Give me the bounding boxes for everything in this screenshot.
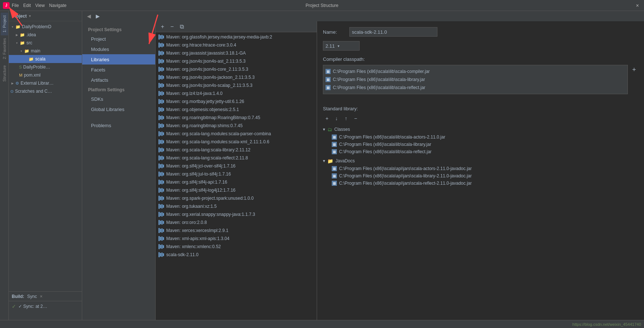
class-path: C:\Program Files (x86)\scala\lib\scala-l…: [339, 142, 431, 147]
menu-file[interactable]: File: [12, 3, 19, 8]
library-icon: [159, 172, 164, 177]
add-classpath-button[interactable]: +: [630, 66, 638, 74]
tree-item-scala[interactable]: 📁 scala: [9, 55, 82, 63]
project-dropdown-icon[interactable]: ▾: [29, 14, 31, 18]
window-close-button[interactable]: ×: [634, 3, 640, 8]
tree-label: pom.xml: [24, 73, 40, 78]
tree-item-main[interactable]: ▾ 📁 main: [9, 47, 82, 55]
library-icon: [159, 91, 164, 96]
library-item[interactable]: Maven: org.roaringbitmap:shims:0.7.45: [156, 122, 317, 130]
library-item[interactable]: Maven: xml-apis:xml-apis:1.3.04: [156, 235, 317, 243]
library-item[interactable]: Maven: org.scala-lang.modules:scala-pars…: [156, 130, 317, 138]
tree-item-src[interactable]: ▾ 📁 src: [9, 39, 82, 47]
nav-forward-button[interactable]: ▶: [94, 12, 101, 20]
jar-icon: ▦: [332, 166, 337, 171]
library-item[interactable]: Maven: org.json4s:json4s-core_2.11:3.5.3: [156, 65, 317, 73]
tree-item-root[interactable]: ▾ 📁 DailyProblemD: [9, 23, 82, 31]
project-sidebar: Project ▾ ▾ 📁 DailyProblemD ▶ 📁 .idea ▾ …: [9, 11, 82, 328]
library-item-label: Maven: org.scala-lang:scala-reflect:2.11…: [166, 155, 248, 161]
library-item[interactable]: Maven: xmlenc:xmlenc:0.52: [156, 243, 317, 251]
main-layout: 1: Project 2: Favorites Structure Projec…: [0, 11, 644, 328]
vert-tab-structure[interactable]: Structure: [1, 62, 8, 85]
stdlib-classes-header[interactable]: ▾ 🗂 Classes: [323, 125, 638, 133]
version-select[interactable]: 2.11 ▾: [323, 41, 360, 51]
library-item-label: Maven: org.htrace:htrace-core:3.0.4: [166, 43, 236, 48]
library-item[interactable]: scala-sdk-2.11.0: [156, 251, 317, 259]
menu-navigate[interactable]: Navigate: [49, 3, 66, 8]
vert-tab-favorites[interactable]: 2: Favorites: [1, 35, 8, 62]
nav-item-modules[interactable]: Modules: [82, 44, 155, 54]
add-library-button[interactable]: +: [159, 23, 167, 31]
library-item[interactable]: Maven: org.spark-project.spark:unused:1.…: [156, 194, 317, 202]
library-item[interactable]: Maven: org.json4s:json4s-jackson_2.11:3.…: [156, 73, 317, 81]
library-item[interactable]: Maven: org.slf4j:jcl-over-slf4j:1.7.16: [156, 162, 317, 170]
copy-library-button[interactable]: ⧉: [178, 23, 186, 31]
library-item[interactable]: Maven: org.slf4j:slf4j-api:1.7.16: [156, 178, 317, 186]
name-row: Name:: [323, 27, 638, 37]
library-item[interactable]: Maven: org.slf4j:slf4j-log4j12:1.7.16: [156, 186, 317, 194]
stdlib-remove-button[interactable]: −: [352, 114, 360, 122]
menu-view[interactable]: View: [35, 3, 45, 8]
folder-icon: 📁: [20, 33, 25, 37]
status-url[interactable]: https://blog.csdn.net/weixin_45441740: [572, 322, 641, 327]
library-item[interactable]: Maven: org.tukaani:xz:1.5: [156, 202, 317, 210]
javadocs-folder-icon: 📁: [327, 158, 333, 164]
library-icon: [159, 123, 164, 128]
classpath-item: ▦ C:\Program Files (x86)\scala\lib\scala…: [325, 67, 625, 75]
stdlib-javadocs-header[interactable]: ▾ 📁 JavaDocs: [323, 157, 638, 165]
library-item[interactable]: Maven: org.slf4j:jul-to-slf4j:1.7.16: [156, 170, 317, 178]
library-item[interactable]: Maven: org.scala-lang:scala-reflect:2.11…: [156, 154, 317, 162]
library-item[interactable]: Maven: org.glassfish.jersey.media:jersey…: [156, 33, 317, 41]
library-item[interactable]: Maven: org.scala-lang:scala-library:2.11…: [156, 146, 317, 154]
library-item[interactable]: Maven: org.scala-lang.modules:scala-xml_…: [156, 138, 317, 146]
nav-item-libraries[interactable]: Libraries: [82, 54, 155, 65]
stdlib-tree: ▾ 🗂 Classes ▦ C:\Program Files (x86)\sca…: [323, 125, 638, 322]
library-item[interactable]: Maven: org.json4s:json4s-scalap_2.11:3.5…: [156, 81, 317, 89]
project-settings-section-label: Project Settings: [82, 25, 155, 34]
nav-item-global-libraries[interactable]: Global Libraries: [82, 104, 155, 114]
library-item[interactable]: Maven: org.mortbay.jetty:jetty-util:6.1.…: [156, 97, 317, 106]
nav-item-facets[interactable]: Facets: [82, 65, 155, 75]
vert-tab-project[interactable]: 1: Project: [1, 12, 8, 35]
library-item[interactable]: Maven: oro:oro:2.0.8: [156, 218, 317, 226]
stdlib-class-item: ▦ C:\Program Files (x86)\scala\lib\scala…: [332, 141, 638, 148]
tree-item-dailyproble[interactable]: S DailyProble…: [9, 63, 82, 71]
library-item[interactable]: Maven: org.json4s:json4s-ast_2.11:3.5.3: [156, 57, 317, 65]
library-item-label: Maven: org.roaringbitmap:RoaringBitmap:0…: [166, 115, 260, 120]
library-item-label: Maven: org.json4s:json4s-scalap_2.11:3.5…: [166, 83, 252, 88]
library-icon: [159, 131, 164, 136]
stdlib-toolbar: + ↓ ↑ −: [323, 114, 638, 122]
remove-library-button[interactable]: −: [168, 23, 176, 31]
library-item[interactable]: Maven: xerces:xercesImpl:2.9.1: [156, 226, 317, 235]
jar-icon: ▦: [325, 77, 331, 82]
tree-item-idea[interactable]: ▶ 📁 .idea: [9, 31, 82, 39]
nav-item-problems[interactable]: Problems: [82, 120, 155, 130]
stdlib-down-button[interactable]: ↓: [332, 114, 341, 122]
nav-back-button[interactable]: ◀: [85, 12, 92, 20]
library-item[interactable]: Maven: org.roaringbitmap:RoaringBitmap:0…: [156, 114, 317, 122]
nav-item-artifacts[interactable]: Artifacts: [82, 75, 155, 85]
library-item[interactable]: Maven: org.htrace:htrace-core:3.0.4: [156, 41, 317, 49]
name-input[interactable]: [349, 27, 437, 37]
tree-item-scratches[interactable]: ⊙ Scratches and C…: [9, 87, 82, 95]
stdlib-javadoc-item: ▦ C:\Program Files (x86)\scala\api\jars\…: [332, 165, 638, 172]
nav-item-sdks[interactable]: SDKs: [82, 94, 155, 104]
nav-item-project[interactable]: Project: [82, 34, 155, 44]
library-item[interactable]: Maven: org.lz4:lz4-java:1.4.0: [156, 89, 317, 97]
library-item[interactable]: Maven: org.objenesis:objenesis:2.5.1: [156, 106, 317, 114]
tree-item-pom[interactable]: M pom.xml: [9, 71, 82, 79]
jar-icon: ▦: [332, 142, 337, 147]
stdlib-class-item: ▦ C:\Program Files (x86)\scala\lib\scala…: [332, 148, 638, 155]
library-item[interactable]: Maven: org.xerial.snappy:snappy-java:1.1…: [156, 210, 317, 218]
stdlib-javadocs-items: ▦ C:\Program Files (x86)\scala\api\jars\…: [323, 165, 638, 187]
library-icon: [159, 115, 164, 120]
expand-arrow: ▶: [10, 81, 15, 85]
stdlib-add-button[interactable]: +: [323, 114, 331, 122]
stdlib-up-button[interactable]: ↑: [342, 114, 350, 122]
tree-item-external-libs[interactable]: ▶ ⚙ External Librar…: [9, 79, 82, 87]
menu-edit[interactable]: Edit: [23, 3, 31, 8]
library-item[interactable]: Maven: org.javassist:javassist:3.18.1-GA: [156, 49, 317, 57]
library-icon: [159, 204, 164, 209]
close-build-button[interactable]: ×: [40, 294, 43, 299]
library-icon: [159, 236, 164, 241]
